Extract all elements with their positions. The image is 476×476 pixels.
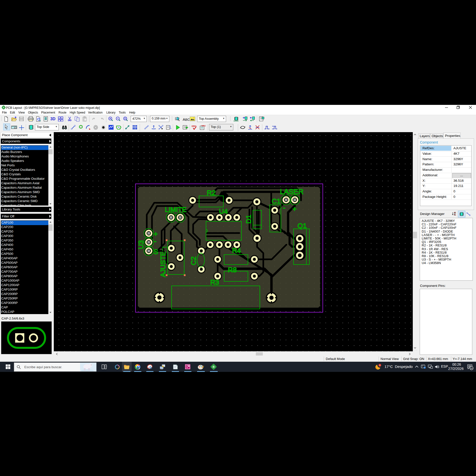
svg-text:C1: C1 bbox=[272, 197, 281, 205]
svg-text:LIMITE: LIMITE bbox=[165, 206, 186, 213]
svg-text:R2: R2 bbox=[207, 189, 216, 197]
svg-text:+: + bbox=[154, 230, 158, 238]
svg-text:D1: D1 bbox=[245, 215, 252, 224]
svg-text:+: + bbox=[293, 205, 297, 213]
svg-text:C2: C2 bbox=[190, 256, 197, 265]
svg-text:-: - bbox=[283, 204, 285, 212]
svg-text:R8: R8 bbox=[228, 266, 237, 274]
svg-text:10: 10 bbox=[470, 367, 473, 370]
svg-text:U4: U4 bbox=[219, 208, 228, 215]
svg-text:-: - bbox=[154, 237, 156, 245]
svg-text:Q1: Q1 bbox=[298, 222, 307, 230]
svg-text:AJUSTE: AJUSTE bbox=[159, 251, 167, 277]
svg-text:R4: R4 bbox=[232, 247, 241, 254]
svg-text:U3: U3 bbox=[137, 240, 145, 249]
svg-text:DRC: DRC bbox=[202, 125, 206, 127]
svg-text:S: S bbox=[154, 248, 158, 256]
svg-text:LASER: LASER bbox=[280, 188, 303, 196]
svg-text:R3: R3 bbox=[210, 278, 219, 286]
svg-text:1: 1 bbox=[379, 364, 381, 366]
